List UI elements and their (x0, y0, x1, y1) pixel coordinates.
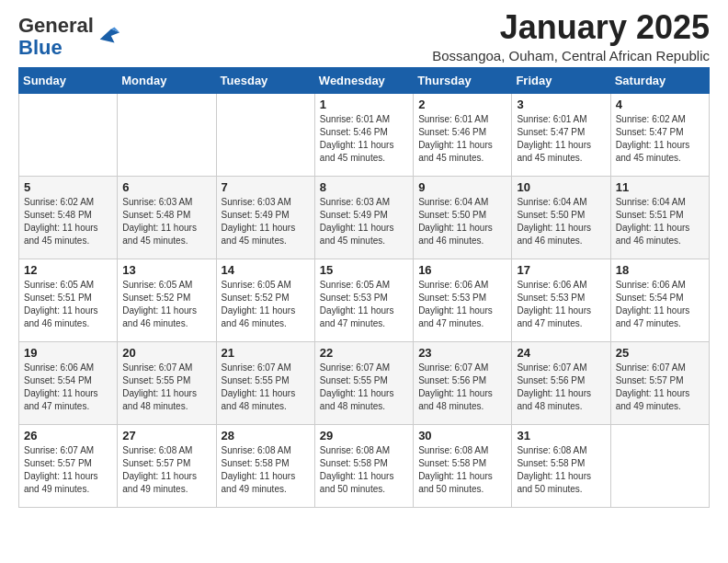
day-info: Sunrise: 6:08 AM Sunset: 5:58 PM Dayligh… (222, 444, 310, 496)
day-info: Sunrise: 6:03 AM Sunset: 5:49 PM Dayligh… (320, 196, 408, 247)
day-info: Sunrise: 6:05 AM Sunset: 5:53 PM Dayligh… (320, 279, 408, 330)
calendar-cell (118, 93, 216, 176)
weekday-header-row: SundayMondayTuesdayWednesdayThursdayFrid… (19, 67, 710, 93)
calendar-cell: 9Sunrise: 6:04 AM Sunset: 5:50 PM Daylig… (414, 176, 512, 259)
day-number: 16 (418, 263, 506, 277)
day-number: 11 (616, 180, 704, 194)
calendar-cell: 13Sunrise: 6:05 AM Sunset: 5:52 PM Dayli… (118, 259, 216, 341)
weekday-header-friday: Friday (512, 67, 610, 93)
day-number: 7 (222, 180, 310, 194)
logo-bird-icon (96, 22, 121, 48)
day-number: 17 (517, 263, 605, 277)
day-info: Sunrise: 6:04 AM Sunset: 5:51 PM Dayligh… (616, 196, 704, 247)
calendar-cell: 14Sunrise: 6:05 AM Sunset: 5:52 PM Dayli… (216, 259, 314, 341)
calendar-cell: 29Sunrise: 6:08 AM Sunset: 5:58 PM Dayli… (314, 424, 413, 507)
header: General Blue January 2025 Bossangoa, Ouh… (18, 9, 710, 63)
calendar-cell: 4Sunrise: 6:02 AM Sunset: 5:47 PM Daylig… (610, 93, 709, 176)
day-number: 19 (24, 346, 112, 360)
day-number: 18 (616, 263, 704, 277)
day-number: 20 (122, 346, 210, 360)
day-number: 2 (418, 98, 506, 111)
calendar-cell: 12Sunrise: 6:05 AM Sunset: 5:51 PM Dayli… (19, 259, 118, 341)
logo-general-text: General (18, 14, 94, 37)
calendar-title: January 2025 (432, 9, 710, 46)
day-info: Sunrise: 6:01 AM Sunset: 5:46 PM Dayligh… (418, 113, 506, 165)
calendar-table: SundayMondayTuesdayWednesdayThursdayFrid… (18, 67, 710, 508)
day-info: Sunrise: 6:05 AM Sunset: 5:52 PM Dayligh… (122, 279, 210, 330)
day-number: 26 (24, 429, 112, 442)
day-number: 22 (320, 346, 408, 360)
day-info: Sunrise: 6:03 AM Sunset: 5:49 PM Dayligh… (222, 196, 310, 247)
weekday-header-wednesday: Wednesday (314, 67, 413, 93)
day-number: 8 (320, 180, 408, 194)
title-block: January 2025 Bossangoa, Ouham, Central A… (432, 9, 710, 63)
day-info: Sunrise: 6:01 AM Sunset: 5:46 PM Dayligh… (320, 113, 408, 165)
calendar-cell: 19Sunrise: 6:06 AM Sunset: 5:54 PM Dayli… (19, 341, 118, 424)
calendar-cell: 20Sunrise: 6:07 AM Sunset: 5:55 PM Dayli… (118, 341, 216, 424)
calendar-week-row: 5Sunrise: 6:02 AM Sunset: 5:48 PM Daylig… (19, 176, 710, 259)
weekday-header-saturday: Saturday (610, 67, 709, 93)
day-number: 5 (24, 180, 112, 194)
calendar-cell: 7Sunrise: 6:03 AM Sunset: 5:49 PM Daylig… (216, 176, 314, 259)
day-info: Sunrise: 6:08 AM Sunset: 5:58 PM Dayligh… (418, 444, 506, 496)
calendar-cell: 21Sunrise: 6:07 AM Sunset: 5:55 PM Dayli… (216, 341, 314, 424)
day-info: Sunrise: 6:08 AM Sunset: 5:58 PM Dayligh… (320, 444, 408, 496)
calendar-cell: 27Sunrise: 6:08 AM Sunset: 5:57 PM Dayli… (118, 424, 216, 507)
day-number: 15 (320, 263, 408, 277)
day-info: Sunrise: 6:04 AM Sunset: 5:50 PM Dayligh… (418, 196, 506, 247)
calendar-cell: 17Sunrise: 6:06 AM Sunset: 5:53 PM Dayli… (512, 259, 610, 341)
day-info: Sunrise: 6:07 AM Sunset: 5:55 PM Dayligh… (122, 362, 210, 413)
day-info: Sunrise: 6:06 AM Sunset: 5:54 PM Dayligh… (24, 362, 112, 413)
calendar-week-row: 19Sunrise: 6:06 AM Sunset: 5:54 PM Dayli… (19, 341, 710, 424)
calendar-cell: 15Sunrise: 6:05 AM Sunset: 5:53 PM Dayli… (314, 259, 413, 341)
calendar-cell: 18Sunrise: 6:06 AM Sunset: 5:54 PM Dayli… (610, 259, 709, 341)
day-number: 13 (122, 263, 210, 277)
day-info: Sunrise: 6:06 AM Sunset: 5:54 PM Dayligh… (616, 279, 704, 330)
calendar-cell: 28Sunrise: 6:08 AM Sunset: 5:58 PM Dayli… (216, 424, 314, 507)
day-info: Sunrise: 6:07 AM Sunset: 5:57 PM Dayligh… (24, 444, 112, 496)
calendar-cell (216, 93, 314, 176)
day-number: 25 (616, 346, 704, 360)
day-number: 14 (222, 263, 310, 277)
weekday-header-thursday: Thursday (414, 67, 512, 93)
weekday-header-tuesday: Tuesday (216, 67, 314, 93)
day-number: 24 (517, 346, 605, 360)
day-number: 6 (122, 180, 210, 194)
calendar-cell: 10Sunrise: 6:04 AM Sunset: 5:50 PM Dayli… (512, 176, 610, 259)
day-number: 27 (122, 429, 210, 442)
calendar-cell: 2Sunrise: 6:01 AM Sunset: 5:46 PM Daylig… (414, 93, 512, 176)
calendar-week-row: 1Sunrise: 6:01 AM Sunset: 5:46 PM Daylig… (19, 93, 710, 176)
calendar-week-row: 12Sunrise: 6:05 AM Sunset: 5:51 PM Dayli… (19, 259, 710, 341)
calendar-cell: 1Sunrise: 6:01 AM Sunset: 5:46 PM Daylig… (314, 93, 413, 176)
calendar-cell: 30Sunrise: 6:08 AM Sunset: 5:58 PM Dayli… (414, 424, 512, 507)
day-info: Sunrise: 6:07 AM Sunset: 5:56 PM Dayligh… (517, 362, 605, 413)
calendar-cell: 5Sunrise: 6:02 AM Sunset: 5:48 PM Daylig… (19, 176, 118, 259)
day-number: 1 (320, 98, 408, 111)
day-info: Sunrise: 6:06 AM Sunset: 5:53 PM Dayligh… (418, 279, 506, 330)
calendar-cell (19, 93, 118, 176)
day-info: Sunrise: 6:03 AM Sunset: 5:48 PM Dayligh… (122, 196, 210, 247)
day-number: 3 (517, 98, 605, 111)
day-info: Sunrise: 6:07 AM Sunset: 5:55 PM Dayligh… (222, 362, 310, 413)
calendar-cell: 6Sunrise: 6:03 AM Sunset: 5:48 PM Daylig… (118, 176, 216, 259)
weekday-header-sunday: Sunday (19, 67, 118, 93)
calendar-cell: 16Sunrise: 6:06 AM Sunset: 5:53 PM Dayli… (414, 259, 512, 341)
calendar-cell (610, 424, 709, 507)
calendar-cell: 26Sunrise: 6:07 AM Sunset: 5:57 PM Dayli… (19, 424, 118, 507)
day-number: 23 (418, 346, 506, 360)
day-number: 4 (616, 98, 704, 111)
day-info: Sunrise: 6:07 AM Sunset: 5:55 PM Dayligh… (320, 362, 408, 413)
day-number: 30 (418, 429, 506, 442)
calendar-cell: 24Sunrise: 6:07 AM Sunset: 5:56 PM Dayli… (512, 341, 610, 424)
day-number: 31 (517, 429, 605, 442)
calendar-cell: 3Sunrise: 6:01 AM Sunset: 5:47 PM Daylig… (512, 93, 610, 176)
day-info: Sunrise: 6:08 AM Sunset: 5:58 PM Dayligh… (517, 444, 605, 496)
day-number: 21 (222, 346, 310, 360)
calendar-cell: 23Sunrise: 6:07 AM Sunset: 5:56 PM Dayli… (414, 341, 512, 424)
day-info: Sunrise: 6:02 AM Sunset: 5:47 PM Dayligh… (616, 113, 704, 165)
calendar-subtitle: Bossangoa, Ouham, Central African Republ… (432, 48, 710, 63)
day-info: Sunrise: 6:02 AM Sunset: 5:48 PM Dayligh… (24, 196, 112, 247)
day-info: Sunrise: 6:07 AM Sunset: 5:57 PM Dayligh… (616, 362, 704, 413)
calendar-cell: 22Sunrise: 6:07 AM Sunset: 5:55 PM Dayli… (314, 341, 413, 424)
day-info: Sunrise: 6:05 AM Sunset: 5:52 PM Dayligh… (222, 279, 310, 330)
